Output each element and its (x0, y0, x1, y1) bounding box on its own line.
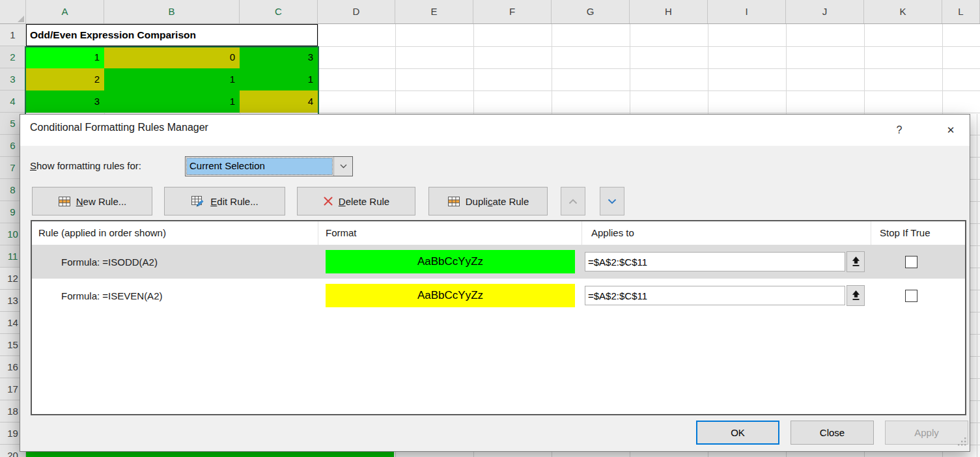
chevron-up-icon (568, 199, 578, 204)
collapse-arrow-icon (852, 256, 860, 267)
rule-description: Formula: =ISODD(A2) (32, 256, 318, 268)
table-edit-icon (191, 195, 205, 207)
show-formatting-rules-label: Show formatting rules for: (30, 160, 141, 171)
collapse-dialog-button[interactable] (847, 285, 865, 306)
cell-b4[interactable]: 1 (104, 90, 240, 113)
gridline (26, 113, 980, 113)
column-header-f[interactable]: F (473, 0, 552, 23)
dialog-footer: OK Close Apply (20, 421, 970, 445)
cell-b3[interactable]: 1 (104, 68, 240, 90)
conditional-formatting-rules-manager-dialog: Conditional Formatting Rules Manager ? ✕… (20, 114, 970, 452)
cell-b2[interactable]: 0 (104, 46, 240, 68)
select-all-triangle-icon (18, 16, 24, 22)
resize-grip[interactable] (958, 437, 966, 449)
cell-a2[interactable]: 1 (26, 46, 104, 68)
row-header-4[interactable]: 4 (0, 90, 26, 113)
delete-rule-button[interactable]: Delete Rule (297, 187, 415, 215)
close-button[interactable]: Close (791, 421, 874, 445)
cell-c3[interactable]: 1 (240, 68, 318, 90)
table-icon (58, 196, 71, 207)
stop-if-true-checkbox[interactable] (905, 256, 917, 268)
stop-if-true-cell (871, 290, 965, 302)
new-rule-button[interactable]: New Rule... (32, 187, 152, 215)
column-header-applies-to: Applies to (582, 221, 871, 245)
stop-if-true-cell (871, 256, 965, 268)
column-header-j[interactable]: J (786, 0, 864, 23)
duplicate-rule-button[interactable]: Duplicate Rule (428, 187, 548, 215)
red-x-icon (323, 196, 333, 206)
help-button[interactable]: ? (889, 121, 909, 139)
rule-row-iseven[interactable]: Formula: =ISEVEN(A2) AaBbCcYyZz (32, 279, 965, 312)
label-text: how formatting rules for: (36, 160, 141, 171)
dialog-titlebar[interactable]: Conditional Formatting Rules Manager ? ✕ (20, 115, 970, 146)
column-headers: A B C D E F G H I J K L (26, 0, 980, 24)
ok-button[interactable]: OK (696, 421, 779, 445)
move-rule-up-button[interactable] (561, 187, 585, 215)
column-header-rule: Rule (applied in order shown) (32, 221, 318, 245)
table-icon (447, 196, 460, 207)
move-rule-down-button[interactable] (600, 187, 624, 215)
column-header-l[interactable]: L (942, 0, 980, 23)
scope-dropdown[interactable]: Current Selection (185, 156, 353, 176)
gridline (977, 114, 977, 457)
chevron-down-icon[interactable] (333, 157, 352, 176)
apply-button[interactable]: Apply (885, 421, 968, 445)
applies-to-input[interactable] (585, 286, 845, 305)
dialog-title: Conditional Formatting Rules Manager (30, 122, 208, 133)
cell-a1-title[interactable]: Odd/Even Expression Comparison (26, 24, 318, 46)
rule-row-isodd[interactable]: Formula: =ISODD(A2) AaBbCcYyZz (32, 245, 965, 279)
rules-list: Rule (applied in order shown) Format App… (31, 220, 966, 415)
excel-window: A B C D E F G H I J K L 1 2 3 4 5 6 7 8 … (0, 0, 980, 457)
column-header-stop-if-true: Stop If True (871, 221, 965, 245)
cell-c4[interactable]: 4 (240, 90, 318, 113)
access-key: S (30, 160, 36, 171)
column-header-k[interactable]: K (864, 0, 942, 23)
column-header-e[interactable]: E (395, 0, 473, 23)
cell-c2[interactable]: 3 (240, 46, 318, 68)
applies-to-input[interactable] (585, 252, 845, 271)
column-header-d[interactable]: D (318, 0, 395, 23)
column-header-g[interactable]: G (552, 0, 630, 23)
rules-list-header: Rule (applied in order shown) Format App… (32, 221, 965, 245)
stop-if-true-checkbox[interactable] (905, 290, 917, 302)
applies-to-cell (582, 285, 871, 306)
chevron-down-icon (608, 199, 617, 204)
format-preview-cell: AaBbCcYyZz (318, 250, 582, 273)
column-header-a[interactable]: A (26, 0, 104, 23)
applies-to-cell (582, 251, 871, 272)
column-header-i[interactable]: I (708, 0, 786, 23)
row-header-3[interactable]: 3 (0, 68, 26, 90)
column-header-h[interactable]: H (630, 0, 708, 23)
close-icon[interactable]: ✕ (941, 121, 960, 139)
column-header-b[interactable]: B (104, 0, 240, 23)
cell-a3[interactable]: 2 (26, 68, 104, 90)
cell-a4[interactable]: 3 (26, 90, 104, 113)
collapse-arrow-icon (852, 290, 860, 301)
rule-description: Formula: =ISEVEN(A2) (32, 290, 318, 301)
column-header-c[interactable]: C (240, 0, 318, 23)
row-header-1[interactable]: 1 (0, 24, 26, 46)
scope-dropdown-value: Current Selection (187, 158, 332, 174)
edit-rule-button[interactable]: Edit Rule... (164, 187, 285, 215)
select-all-button[interactable] (0, 0, 26, 24)
collapse-dialog-button[interactable] (847, 251, 865, 272)
rules-toolbar: New Rule... Edit Rule... Delete Rule Dup… (20, 187, 970, 215)
row-header-2[interactable]: 2 (0, 46, 26, 68)
format-preview-cell: AaBbCcYyZz (318, 284, 582, 307)
format-preview-yellow: AaBbCcYyZz (326, 284, 575, 307)
format-preview-green: AaBbCcYyZz (326, 250, 575, 273)
column-header-format: Format (318, 221, 582, 245)
row20-formatted-cells (26, 452, 394, 457)
